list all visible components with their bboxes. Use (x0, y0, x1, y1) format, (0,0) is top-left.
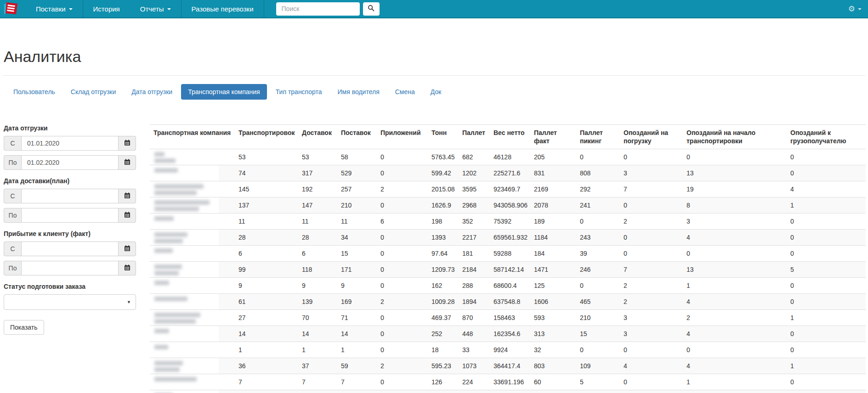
calendar-icon (124, 245, 130, 253)
tab-3[interactable]: Транспортная компания (181, 84, 267, 100)
date-input[interactable] (21, 208, 119, 223)
table-cell: 3 (620, 326, 683, 342)
tab-7[interactable]: Док (424, 84, 448, 100)
table-cell: 7 (235, 374, 298, 390)
date-input-group: По (4, 208, 136, 223)
table-cell: 808 (576, 165, 620, 181)
table-cell: 15 (337, 246, 377, 262)
tab-2[interactable]: Дата отгрузки (125, 84, 179, 100)
table-cell: 169 (337, 294, 377, 310)
table-header-row: Транспортная компанияТранспортировокДост… (150, 125, 866, 149)
redacted-company (150, 165, 219, 181)
table-cell: 1 (235, 342, 298, 358)
blurred-text (154, 239, 183, 243)
table-cell: 210 (337, 197, 377, 213)
tab-6[interactable]: Смена (388, 84, 422, 100)
date-input[interactable] (21, 189, 119, 203)
table-cell: 9 (235, 278, 298, 294)
table-cell: 659561.932 (490, 230, 530, 246)
table-cell: 1073 (459, 358, 490, 374)
tab-5[interactable]: Имя водителя (331, 84, 386, 100)
filter-group-label: Дата доставки(план) (4, 177, 136, 185)
table-cell: 923469.7 (490, 181, 530, 197)
date-input[interactable] (21, 241, 119, 256)
table-cell: 0 (620, 374, 683, 390)
table-cell: 352 (459, 213, 490, 230)
filter-group-2: Прибытие к клиенту (факт)СПо (4, 230, 136, 275)
table-cell: 65 (459, 390, 490, 393)
date-input[interactable] (21, 136, 119, 151)
table-cell: 2169 (530, 181, 576, 197)
table-cell: 465 (576, 294, 620, 310)
company-cell (150, 246, 235, 262)
date-input[interactable] (21, 261, 119, 275)
table-cell: 1393 (428, 230, 459, 246)
table-cell: 0 (377, 262, 428, 278)
blurred-text (154, 200, 210, 205)
table-cell: 0 (620, 246, 683, 262)
tab-1[interactable]: Склад отгрузки (64, 84, 123, 100)
calendar-addon[interactable] (119, 155, 136, 170)
blurred-text (154, 191, 197, 195)
table-cell: 0 (377, 278, 428, 294)
nav-item-1[interactable]: История (83, 0, 130, 17)
table-cell: 126 (428, 374, 459, 390)
table-cell: 36 (428, 390, 459, 393)
table-cell: 19 (683, 181, 787, 197)
input-prefix: По (4, 261, 21, 275)
table-cell: 2 (620, 278, 683, 294)
table-cell: 7 (620, 262, 683, 278)
table-cell: 158463 (490, 310, 530, 326)
table-row: 111018339924320000 (150, 342, 866, 358)
table-cell: 53 (298, 149, 337, 165)
table-cell: 2015.08 (428, 181, 459, 197)
blurred-text (154, 367, 180, 372)
table-cell: 313 (530, 326, 576, 342)
column-header: Опозданий на начало транспортировки (683, 125, 787, 149)
nav-item-2[interactable]: Отчеты (130, 0, 181, 17)
table-cell: 1 (787, 358, 866, 374)
blurred-text (154, 158, 176, 163)
blurred-text (154, 248, 173, 253)
table-cell: 0 (787, 213, 866, 230)
nav-item-0[interactable]: Поставки (26, 0, 83, 17)
calendar-addon[interactable] (119, 136, 136, 151)
table-cell: 587142.14 (490, 262, 530, 278)
tab-4[interactable]: Тип транспорта (269, 84, 329, 100)
search-button[interactable] (363, 2, 380, 16)
table-cell: 97.64 (428, 246, 459, 262)
redacted-company (150, 213, 219, 229)
brand-logo[interactable] (0, 0, 26, 17)
date-input-group: По (4, 261, 136, 275)
redacted-company (150, 294, 219, 309)
table-cell: 0 (683, 342, 787, 358)
column-header: Доставок (298, 125, 337, 149)
table-cell: 60 (530, 374, 576, 390)
blurred-text (154, 216, 174, 221)
calendar-addon[interactable] (119, 189, 136, 203)
table-cell: 595.23 (428, 358, 459, 374)
table-cell: 162 (428, 278, 459, 294)
calendar-addon[interactable] (119, 261, 136, 275)
table-cell: 2 (683, 310, 787, 326)
redacted-company (150, 197, 219, 213)
table-cell: 1626.9 (428, 197, 459, 213)
table-cell: 8 (683, 197, 787, 213)
table-cell: 71 (337, 310, 377, 326)
settings-menu[interactable]: ⚙ (848, 0, 868, 17)
input-prefix: С (4, 189, 21, 203)
table-cell: 0 (620, 342, 683, 358)
table-cell: 74 (235, 165, 298, 181)
table-cell: 14 (298, 326, 337, 342)
calendar-addon[interactable] (119, 208, 136, 223)
calendar-addon[interactable] (119, 241, 136, 256)
company-cell (150, 165, 235, 181)
nav-item-3[interactable]: Разовые перевозки (182, 0, 264, 17)
date-input[interactable] (21, 155, 119, 170)
show-button[interactable]: Показать (4, 320, 44, 335)
table-cell: 292 (576, 181, 620, 197)
status-select[interactable]: ▼ (4, 294, 136, 310)
tab-0[interactable]: Пользователь (6, 84, 62, 100)
search-input[interactable] (276, 2, 360, 16)
table-cell: 30274 (490, 390, 530, 393)
